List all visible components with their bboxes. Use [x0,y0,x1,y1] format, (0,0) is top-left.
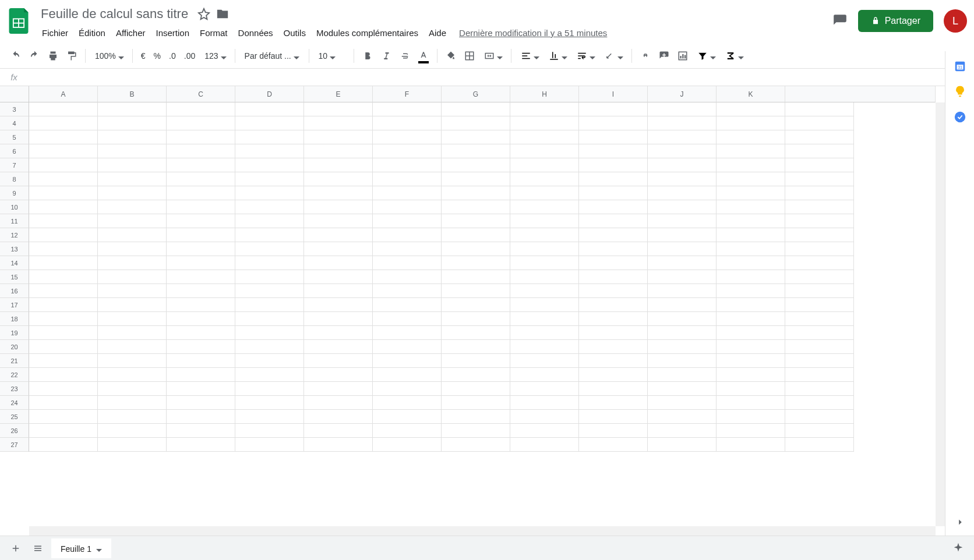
cell[interactable] [717,410,785,424]
cell[interactable] [167,228,235,242]
cell[interactable] [717,326,785,340]
cell[interactable] [98,172,167,186]
cell[interactable] [579,214,648,228]
cell[interactable] [510,158,579,172]
keep-icon[interactable] [954,85,966,98]
cell[interactable] [167,312,235,326]
print-button[interactable] [44,47,62,65]
cell[interactable] [648,200,717,214]
row-header[interactable]: 12 [0,228,29,242]
italic-button[interactable] [377,47,395,65]
row-header[interactable]: 14 [0,256,29,270]
cell[interactable] [373,424,442,438]
v-align-dropdown[interactable] [544,48,571,63]
cell[interactable] [373,368,442,382]
cell[interactable] [579,326,648,340]
cell[interactable] [648,382,717,396]
cell[interactable] [235,410,304,424]
cell[interactable] [442,326,510,340]
cell[interactable] [29,368,98,382]
cell[interactable] [304,368,373,382]
cell[interactable] [98,186,167,200]
cell[interactable] [648,396,717,410]
increase-decimal-button[interactable]: .00 [181,49,199,63]
cell[interactable] [29,116,98,130]
cell[interactable] [579,158,648,172]
cell[interactable] [29,410,98,424]
cell[interactable] [717,144,785,158]
sheet-tab-menu-icon[interactable] [96,546,102,552]
cell[interactable] [785,284,854,298]
cell[interactable] [579,144,648,158]
cell[interactable] [510,396,579,410]
cell[interactable] [648,284,717,298]
cell[interactable] [442,312,510,326]
cell[interactable] [579,172,648,186]
cell[interactable] [717,116,785,130]
cell[interactable] [442,214,510,228]
insert-comment-button[interactable] [655,47,673,65]
cell[interactable] [98,130,167,144]
cell[interactable] [442,242,510,256]
row-header[interactable]: 21 [0,354,29,368]
cell[interactable] [235,298,304,312]
cell[interactable] [510,256,579,270]
cell[interactable] [98,340,167,354]
row-header[interactable]: 5 [0,130,29,144]
cell[interactable] [785,326,854,340]
cell[interactable] [373,326,442,340]
cell[interactable] [648,368,717,382]
cell[interactable] [304,354,373,368]
expand-side-icon[interactable] [954,516,966,529]
cell[interactable] [442,200,510,214]
cell[interactable] [510,312,579,326]
row-header[interactable]: 20 [0,340,29,354]
menu-donnees[interactable]: Données [234,26,278,40]
sheets-logo[interactable] [7,9,30,33]
column-header[interactable]: A [29,86,98,102]
row-header[interactable]: 4 [0,116,29,130]
cell[interactable] [98,242,167,256]
cell[interactable] [235,326,304,340]
cell[interactable] [98,410,167,424]
redo-button[interactable] [26,47,43,65]
cell[interactable] [442,298,510,312]
cell[interactable] [648,228,717,242]
cell[interactable] [717,438,785,452]
cell[interactable] [579,186,648,200]
cell[interactable] [717,340,785,354]
cell[interactable] [785,200,854,214]
cell[interactable] [579,340,648,354]
row-header[interactable]: 13 [0,242,29,256]
cell[interactable] [785,438,854,452]
insert-link-button[interactable] [637,47,654,65]
cell[interactable] [373,144,442,158]
insert-chart-button[interactable] [674,47,691,65]
cell[interactable] [373,200,442,214]
cell[interactable] [510,438,579,452]
row-header[interactable]: 27 [0,438,29,452]
cell[interactable] [167,438,235,452]
cell[interactable] [98,424,167,438]
cell[interactable] [304,438,373,452]
cell[interactable] [235,438,304,452]
cell[interactable] [235,214,304,228]
cell[interactable] [717,312,785,326]
cell[interactable] [373,228,442,242]
cell[interactable] [29,200,98,214]
cell[interactable] [785,172,854,186]
add-sheet-button[interactable] [7,540,24,557]
row-header[interactable]: 7 [0,158,29,172]
cell[interactable] [29,354,98,368]
cell[interactable] [442,186,510,200]
cell[interactable] [98,228,167,242]
cell[interactable] [304,200,373,214]
cell[interactable] [98,158,167,172]
cell[interactable] [373,116,442,130]
cell[interactable] [235,228,304,242]
cell[interactable] [510,326,579,340]
bold-button[interactable] [359,47,376,65]
cell[interactable] [648,144,717,158]
cell[interactable] [29,298,98,312]
cell[interactable] [510,284,579,298]
